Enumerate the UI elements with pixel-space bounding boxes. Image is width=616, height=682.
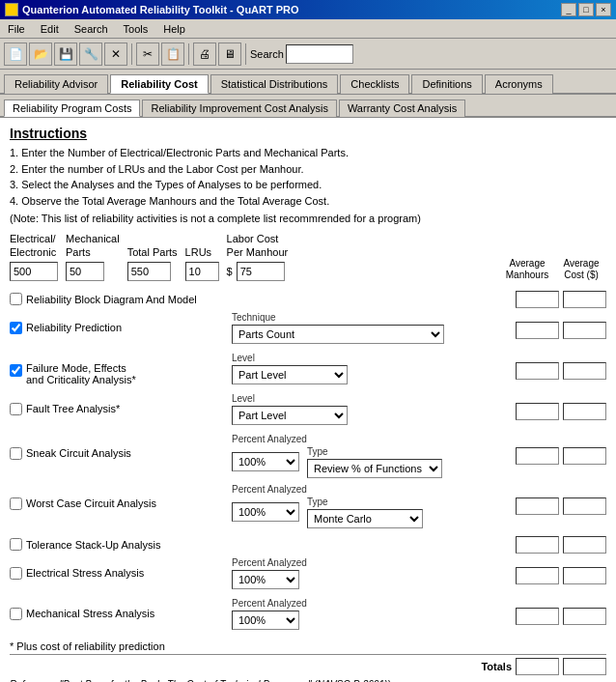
total-manhours[interactable]: 357 — [516, 658, 559, 675]
esa-percent-label: Percent Analyzed — [232, 557, 516, 568]
content-area: Instructions 1. Enter the Number of Elec… — [0, 118, 616, 682]
esa-cost[interactable] — [563, 567, 606, 584]
msa-checkbox[interactable] — [10, 608, 22, 620]
search-input[interactable] — [286, 44, 353, 64]
tab-acronyms[interactable]: Acronyms — [485, 74, 553, 94]
lrus-label: LRUs — [185, 245, 219, 259]
labor-cost-input[interactable] — [237, 262, 285, 281]
total-parts-label: Total Parts — [127, 245, 178, 259]
sca-percent-select[interactable]: 100%75%50%25% — [232, 452, 299, 471]
subtab-reliability-improvement[interactable]: Reliability Improvement Cost Analysis — [142, 99, 336, 117]
instructions-title: Instructions — [10, 126, 606, 141]
instructions-note: (Note: This list of reliability activiti… — [10, 213, 606, 224]
maximize-button[interactable]: □ — [578, 3, 594, 16]
search-label: Search — [250, 48, 284, 60]
menu-file[interactable]: File — [0, 22, 33, 36]
toolbar-separator2 — [188, 43, 189, 65]
menu-help[interactable]: Help — [155, 22, 193, 36]
msa-cost[interactable] — [563, 608, 606, 625]
subtab-reliability-program-costs[interactable]: Reliability Program Costs — [4, 99, 140, 117]
toolbar-btn4[interactable]: 🔧 — [79, 43, 102, 66]
tsa-label: Tolerance Stack-Up Analysis — [26, 539, 160, 551]
fta-checkbox[interactable] — [10, 403, 22, 415]
mechanical-label: Mechanical Parts — [66, 232, 120, 260]
rbd-checkbox[interactable] — [10, 293, 22, 305]
toolbar-copy[interactable]: 📋 — [161, 43, 184, 66]
esa-manhours[interactable] — [516, 567, 559, 584]
tab-statistical-distributions[interactable]: Statistical Distributions — [210, 74, 339, 94]
fmeca-level-select[interactable]: Part Level Assembly Level System Level — [232, 365, 348, 384]
tab-checklists[interactable]: Checklists — [340, 74, 409, 94]
fta-manhours[interactable] — [516, 403, 559, 420]
title-bar: Quanterion Automated Reliability Toolkit… — [0, 0, 616, 19]
lrus-input[interactable] — [185, 262, 219, 281]
rbd-manhours[interactable] — [516, 291, 559, 308]
instructions-list: 1. Enter the Number of Electrical/Electr… — [10, 145, 606, 209]
subtab-warranty-cost[interactable]: Warranty Cost Analysis — [339, 99, 465, 117]
msa-manhours[interactable] — [516, 608, 559, 625]
sca-type-select[interactable]: Review % of Functions Monte Carlo Worst … — [307, 459, 442, 478]
fta-cost[interactable] — [563, 403, 606, 420]
fmeca-checkbox[interactable] — [10, 364, 22, 377]
menu-tools[interactable]: Tools — [116, 22, 156, 36]
rp-checkbox[interactable] — [10, 322, 22, 334]
step-1: 1. Enter the Number of Electrical/Electr… — [10, 145, 606, 161]
step-3: 3. Select the Analyses and the Types of … — [10, 177, 606, 193]
msa-percent-select[interactable]: 100%75%50%25% — [232, 611, 299, 630]
mechanical-input[interactable] — [66, 262, 104, 281]
electrical-input[interactable] — [10, 262, 58, 281]
esa-percent-select[interactable]: 100%75%50%25% — [232, 570, 299, 589]
total-parts-input[interactable] — [127, 262, 171, 281]
wcca-cost[interactable] — [563, 497, 606, 515]
esa-checkbox[interactable] — [10, 567, 22, 580]
menu-search[interactable]: Search — [67, 22, 116, 36]
rp-technique-label: Technique — [232, 312, 516, 323]
fta-level-label: Level — [232, 393, 516, 404]
plus-note: * Plus cost of reliability prediction — [10, 640, 606, 652]
labor-cost-label: Labor Cost Per Manhour — [227, 232, 289, 260]
wcca-type-select[interactable]: Monte Carlo Worst Case Review % of Funct… — [307, 509, 423, 528]
sca-percent-label: Percent Analyzed — [232, 434, 516, 444]
sca-manhours[interactable] — [516, 447, 559, 465]
rbd-cost[interactable] — [563, 291, 606, 308]
fmeca-cost[interactable]: 20625 — [563, 362, 606, 380]
toolbar: 📄 📂 💾 🔧 ✕ ✂ 📋 🖨 🖥 Search — [0, 39, 616, 70]
toolbar-preview[interactable]: 🖥 — [218, 43, 241, 66]
tsa-manhours[interactable] — [516, 536, 559, 554]
toolbar-close[interactable]: ✕ — [104, 43, 127, 66]
labor-cost-input-group: Labor Cost Per Manhour $ — [227, 232, 289, 281]
fmeca-manhours[interactable]: 275 — [516, 362, 559, 380]
tab-reliability-cost[interactable]: Reliability Cost — [110, 74, 208, 94]
wcca-manhours[interactable] — [516, 497, 559, 515]
minimize-button[interactable]: _ — [561, 3, 576, 16]
rp-manhours[interactable]: 82 — [516, 322, 559, 339]
total-cost[interactable]: 26775 — [563, 658, 606, 675]
toolbar-separator3 — [245, 43, 246, 65]
esa-label: Electrical Stress Analysis — [26, 567, 144, 579]
toolbar-print[interactable]: 🖨 — [193, 43, 216, 66]
tab-definitions[interactable]: Definitions — [411, 74, 482, 94]
fmeca-label: Failure Mode, Effects — [26, 362, 136, 374]
toolbar-save[interactable]: 💾 — [54, 43, 77, 66]
menu-edit[interactable]: Edit — [33, 22, 67, 36]
sca-cost[interactable] — [563, 447, 606, 465]
wcca-percent-select[interactable]: 100%75%50%25% — [232, 502, 299, 522]
wcca-checkbox[interactable] — [10, 497, 22, 510]
menu-bar: File Edit Search Tools Help — [0, 19, 616, 39]
rbd-label: Reliability Block Diagram And Model — [26, 294, 197, 305]
sca-type-label: Type — [307, 446, 442, 457]
toolbar-cut[interactable]: ✂ — [136, 43, 159, 66]
msa-percent-label: Percent Analyzed — [232, 598, 516, 609]
sca-checkbox[interactable] — [10, 447, 22, 460]
toolbar-new[interactable]: 📄 — [4, 43, 27, 66]
tsa-cost[interactable] — [563, 536, 606, 554]
rp-technique-select[interactable]: Parts Count Parts Stress Similar Circuit… — [232, 325, 444, 344]
fta-level-select[interactable]: Part Level Assembly Level System Level — [232, 406, 348, 425]
tsa-checkbox[interactable] — [10, 538, 22, 551]
close-button[interactable]: × — [596, 3, 611, 16]
toolbar-open[interactable]: 📂 — [29, 43, 52, 66]
electrical-label: Electrical/ Electronic — [10, 232, 58, 260]
rp-cost[interactable]: 6150 — [563, 322, 606, 339]
tab-reliability-advisor[interactable]: Reliability Advisor — [4, 74, 108, 94]
avg-manhours-header: Average Manhours — [502, 258, 552, 281]
